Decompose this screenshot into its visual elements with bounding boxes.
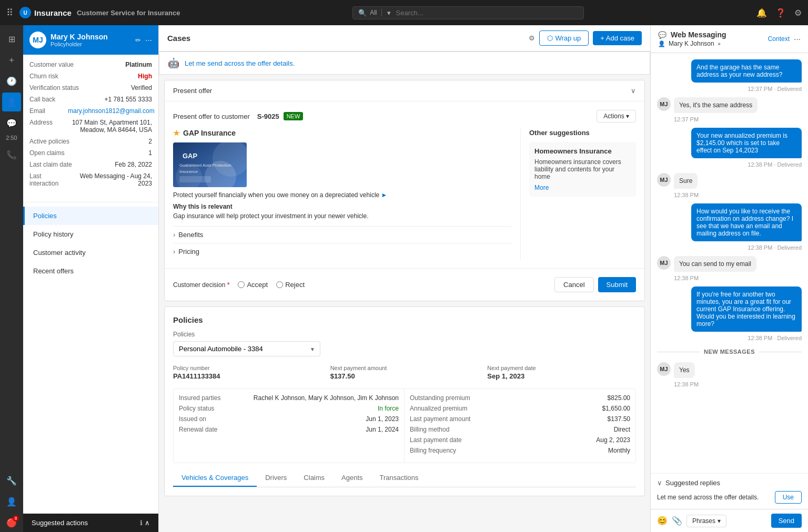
required-marker: * <box>225 281 229 289</box>
notification-icon[interactable]: 🔔 <box>756 8 767 18</box>
suggested-actions-info-icon[interactable]: ℹ <box>140 519 143 527</box>
detail-row-active-policies: Active policies 2 <box>29 138 152 145</box>
agent-time-1: 12:37 PM <box>748 86 772 92</box>
customer-info: MJ Mary K Johnson Policyholder <box>29 32 108 48</box>
policy-select-wrapper: Personal Automobile - 3384 <box>173 341 320 356</box>
email-label: Email <box>29 107 45 115</box>
tab-agents[interactable]: Agents <box>333 469 371 487</box>
next-payment-amount-label: Next payment amount <box>330 365 479 371</box>
chat-input-icons: 😊 📎 <box>657 516 682 526</box>
detail-row-last-claim: Last claim date Feb 28, 2022 <box>29 161 152 168</box>
homeowners-more-link[interactable]: More <box>534 184 549 191</box>
edit-customer-icon[interactable]: ✏ <box>135 36 141 44</box>
policy-tabs: Vehicles & Coverages Drivers Claims Agen… <box>173 469 636 487</box>
search-scope-arrow[interactable]: ▾ <box>387 9 391 17</box>
suggested-actions-bar[interactable]: Suggested actions ℹ ∧ <box>23 514 158 532</box>
gap-star-icon: ★ <box>173 129 180 137</box>
search-scope-selector[interactable]: All <box>370 9 381 16</box>
reject-radio-option[interactable]: Reject <box>276 281 305 289</box>
customer-meta-6: 12:38 PM <box>674 275 802 281</box>
pricing-expandable[interactable]: › Pricing <box>173 243 512 260</box>
logo-icon: U <box>19 7 31 18</box>
email-value[interactable]: mary.johnson1812@gmail.com <box>68 107 152 115</box>
reject-radio[interactable] <box>276 281 283 288</box>
suggested-replies-title: Suggested replies <box>665 479 720 487</box>
last-payment-date-row: Last payment date Aug 2, 2023 <box>410 436 630 444</box>
agent-message-7: If you're free for another two minutes, … <box>657 287 802 332</box>
agent-status-5: Delivered <box>777 244 802 251</box>
use-reply-button[interactable]: Use <box>775 491 802 504</box>
policy-select[interactable]: Personal Automobile - 3384 <box>173 341 320 356</box>
suggested-replies-chevron-icon: ∨ <box>657 479 662 487</box>
tab-vehicles-coverages[interactable]: Vehicles & Coverages <box>173 469 257 487</box>
other-suggestions: Other suggestions Homeowners Insurance H… <box>529 129 636 197</box>
gap-insurance-title: ★ GAP Insurance <box>173 129 512 137</box>
tab-transactions[interactable]: Transactions <box>371 469 427 487</box>
callback-value: +1 781 555 3333 <box>105 96 152 103</box>
sidebar-add-btn[interactable]: ＋ <box>2 50 21 69</box>
customer-details: Customer value Platinum Churn risk High … <box>23 55 158 198</box>
svg-point-1 <box>213 142 247 177</box>
sidebar-recent-btn[interactable]: 🕐 <box>2 71 21 90</box>
suggested-actions-controls: ℹ ∧ <box>138 519 150 527</box>
sidebar-item-policies[interactable]: Policies <box>23 207 158 225</box>
sidebar-alert-btn[interactable]: 🔴8 <box>2 513 21 532</box>
customer-message-9: MJ Yes <box>657 362 802 378</box>
attachment-icon[interactable]: 📎 <box>672 516 682 526</box>
accept-radio[interactable] <box>238 281 245 288</box>
sidebar-phone-btn[interactable]: 📞 <box>2 145 21 164</box>
sidebar-home-btn[interactable]: ⊞ <box>2 29 21 48</box>
sidebar-customer-btn[interactable]: 👤 <box>2 93 21 111</box>
tab-claims[interactable]: Claims <box>295 469 333 487</box>
agent-message-1: And the garage has the same address as y… <box>657 59 802 83</box>
suggested-actions-chevron-icon[interactable]: ∧ <box>145 519 150 527</box>
offer-main: ★ GAP Insurance <box>173 129 512 260</box>
sidebar-item-recent-offers[interactable]: Recent offers <box>23 262 158 280</box>
cancel-button[interactable]: Cancel <box>554 277 593 292</box>
insured-parties-label: Insured parties <box>179 394 220 402</box>
more-customer-icon[interactable]: ⋯ <box>145 36 152 44</box>
add-case-button[interactable]: + Add case <box>593 31 642 45</box>
notification-message[interactable]: Let me send across the offer details. <box>185 59 295 67</box>
right-panel: 💬 Web Messaging 👤 Mary K Johnson ● Conte… <box>650 25 808 532</box>
homeowners-title: Homeowners Insurance <box>534 147 631 155</box>
grid-menu-icon[interactable]: ⠿ <box>6 7 13 18</box>
sidebar-chat-btn[interactable]: 💬 <box>2 114 21 132</box>
offer-description-link[interactable]: ► <box>381 191 388 199</box>
last-payment-amount-value: $137.50 <box>608 415 630 423</box>
phrases-button[interactable]: Phrases ▾ <box>686 515 726 527</box>
next-payment-date-value: Sep 1, 2023 <box>487 372 636 380</box>
benefits-expandable[interactable]: › Benefits <box>173 226 512 243</box>
customer-value-label: Customer value <box>29 61 74 68</box>
annualized-premium-value: $1,650.00 <box>602 405 630 412</box>
agent-time-5: 12:38 PM <box>748 244 772 251</box>
more-options-icon[interactable]: ⋯ <box>794 35 801 43</box>
sidebar-item-customer-activity[interactable]: Customer activity <box>23 243 158 262</box>
agent-status-3: Delivered <box>777 161 802 168</box>
new-badge: NEW <box>284 112 304 120</box>
help-icon[interactable]: ❓ <box>775 8 786 18</box>
actions-button[interactable]: Actions ▾ <box>597 110 636 122</box>
detail-row-last-interaction: Last interaction Web Messaging - Aug 24,… <box>29 172 152 187</box>
sidebar-user-btn[interactable]: 👤 <box>2 492 21 511</box>
wrap-up-button[interactable]: ⬡ Wrap up <box>539 30 589 46</box>
customer-bubble-2: Yes, it's the same address <box>674 97 758 113</box>
search-input[interactable] <box>396 9 579 17</box>
policy-status-label: Policy status <box>179 405 214 412</box>
submit-button[interactable]: Submit <box>598 277 636 292</box>
tab-drivers[interactable]: Drivers <box>257 469 295 487</box>
sidebar-settings-btn[interactable]: 🔧 <box>2 471 21 490</box>
left-sidebar: ⊞ ＋ 🕐 👤 💬 2:50 📞 🔧 👤 🔴8 <box>0 25 23 532</box>
settings-icon[interactable]: ⚙ <box>794 8 802 18</box>
accept-radio-option[interactable]: Accept <box>238 281 268 289</box>
send-button[interactable]: Send <box>771 514 802 528</box>
filter-icon[interactable]: ⚙ <box>529 34 535 42</box>
detail-row-address: Address 107 Main St, Apartment 101, Mead… <box>29 119 152 134</box>
sidebar-item-policy-history[interactable]: Policy history <box>23 225 158 243</box>
context-link[interactable]: Context <box>768 35 790 43</box>
emoji-icon[interactable]: 😊 <box>657 516 668 526</box>
agent-time-3: 12:38 PM <box>748 161 772 168</box>
present-offer-section: Present offer ∨ Present offer to custome… <box>164 80 645 301</box>
present-offer-header[interactable]: Present offer ∨ <box>165 80 644 101</box>
suggested-replies-header[interactable]: ∨ Suggested replies <box>657 479 802 487</box>
